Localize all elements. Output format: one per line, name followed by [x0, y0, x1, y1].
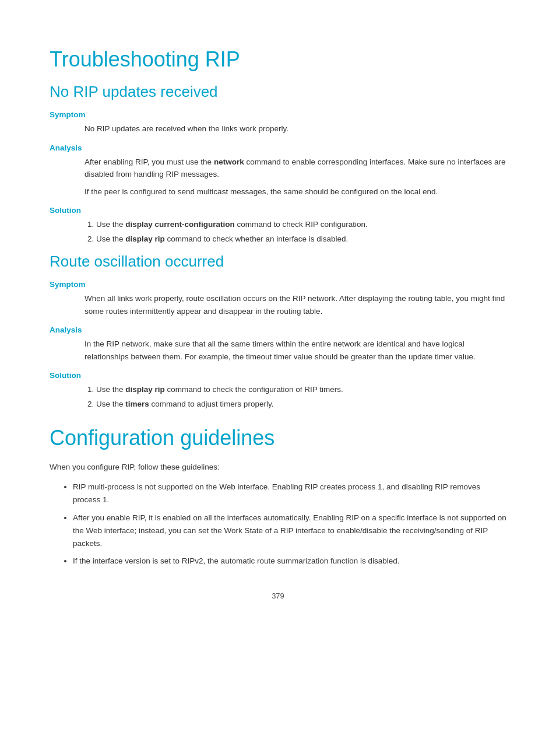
config-bullet-2: After you enable RIP, it is enabled on a…	[73, 512, 506, 551]
solution-item-1-2: Use the display rip command to check whe…	[96, 233, 506, 246]
symptom-text-1: No RIP updates are received when the lin…	[85, 123, 506, 135]
section-no-rip-updates: No RIP updates received Symptom No RIP u…	[50, 82, 506, 246]
analysis-text-2: In the RIP network, make sure that all t…	[85, 338, 506, 363]
analysis-text-1b: If the peer is configured to send multic…	[85, 186, 506, 198]
main-title: Troubleshooting RIP	[50, 47, 506, 72]
config-bullet-1: RIP multi-process is not supported on th…	[73, 481, 506, 507]
page-number: 379	[50, 592, 506, 600]
config-intro: When you configure RIP, follow these gui…	[50, 461, 506, 474]
page-container: Troubleshooting RIP No RIP updates recei…	[0, 0, 556, 635]
analysis-label-2: Analysis	[50, 326, 506, 334]
symptom-text-2: When all links work properly, route osci…	[85, 292, 506, 317]
solution-list-2: Use the display rip command to check the…	[85, 383, 506, 411]
section-config-guidelines: Configuration guidelines When you config…	[50, 425, 506, 568]
section-title-no-rip: No RIP updates received	[50, 82, 506, 102]
solution-item-1-1: Use the display current-configuration co…	[96, 218, 506, 232]
solution-label-1: Solution	[50, 206, 506, 215]
solution-item-2-2: Use the timers command to adjust timers …	[96, 398, 506, 411]
section-title-route-oscillation: Route oscillation occurred	[50, 252, 506, 272]
solution-list-1: Use the display current-configuration co…	[85, 218, 506, 246]
solution-item-2-1: Use the display rip command to check the…	[96, 383, 506, 397]
symptom-label-1: Symptom	[50, 110, 506, 119]
config-bullet-3: If the interface version is set to RIPv2…	[73, 555, 506, 568]
symptom-label-2: Symptom	[50, 280, 506, 289]
config-bullet-list: RIP multi-process is not supported on th…	[61, 481, 506, 568]
analysis-label-1: Analysis	[50, 144, 506, 152]
config-title: Configuration guidelines	[50, 425, 506, 450]
section-route-oscillation: Route oscillation occurred Symptom When …	[50, 252, 506, 411]
solution-label-2: Solution	[50, 371, 506, 380]
analysis-text-1a: After enabling RIP, you must use the net…	[85, 156, 506, 181]
